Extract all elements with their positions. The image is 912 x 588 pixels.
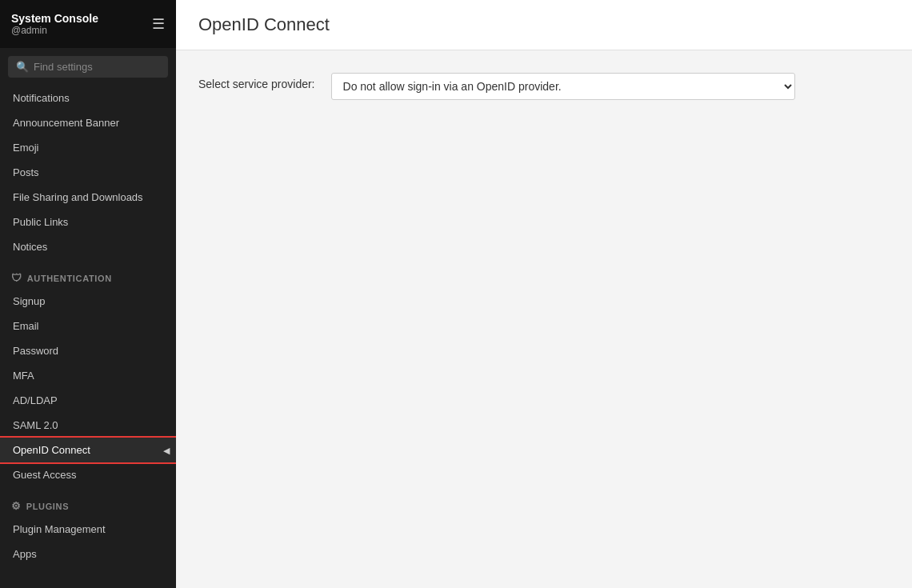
sidebar-item-password[interactable]: Password [0,338,176,363]
service-provider-label: Select service provider: [198,73,315,90]
sidebar: System Console @admin ☰ 🔍 Notifications … [0,0,176,588]
shield-icon: 🛡 [11,272,22,284]
search-box[interactable]: 🔍 [8,56,168,78]
sidebar-item-announcement-banner[interactable]: Announcement Banner [0,110,176,135]
sidebar-item-email[interactable]: Email [0,314,176,338]
main-header: OpenID Connect [176,0,912,50]
section-plugins-label: PLUGINS [26,502,70,511]
sidebar-item-public-links[interactable]: Public Links [0,210,176,234]
sidebar-subtitle: @admin [11,25,98,36]
section-plugins: ⚙ PLUGINS [0,492,176,517]
sidebar-item-notifications[interactable]: Notifications [0,86,176,110]
section-authentication: 🛡 AUTHENTICATION [0,264,176,289]
main-body: Select service provider: Do not allow si… [176,50,912,122]
sidebar-item-posts[interactable]: Posts [0,160,176,185]
gear-icon: ⚙ [11,500,22,512]
sidebar-item-file-sharing[interactable]: File Sharing and Downloads [0,185,176,210]
sidebar-item-openid-connect[interactable]: OpenID Connect [0,438,176,462]
sidebar-item-emoji[interactable]: Emoji [0,135,176,160]
search-input[interactable] [34,61,160,73]
section-authentication-label: AUTHENTICATION [27,274,112,283]
sidebar-header-text: System Console @admin [11,12,98,36]
sidebar-title: System Console [11,12,98,25]
main-content: OpenID Connect Select service provider: … [176,0,912,588]
sidebar-item-notices[interactable]: Notices [0,234,176,259]
sidebar-item-guest-access[interactable]: Guest Access [0,462,176,487]
sidebar-item-signup[interactable]: Signup [0,289,176,314]
hamburger-icon[interactable]: ☰ [152,15,165,33]
search-icon: 🔍 [16,61,29,73]
sidebar-item-mfa[interactable]: MFA [0,363,176,388]
sidebar-item-plugin-management[interactable]: Plugin Management [0,517,176,542]
sidebar-item-adldap[interactable]: AD/LDAP [0,388,176,413]
sidebar-item-apps[interactable]: Apps [0,542,176,566]
page-title: OpenID Connect [198,14,890,35]
sidebar-header: System Console @admin ☰ [0,0,176,48]
sidebar-item-saml[interactable]: SAML 2.0 [0,413,176,438]
service-provider-select[interactable]: Do not allow sign-in via an OpenID provi… [331,73,795,100]
